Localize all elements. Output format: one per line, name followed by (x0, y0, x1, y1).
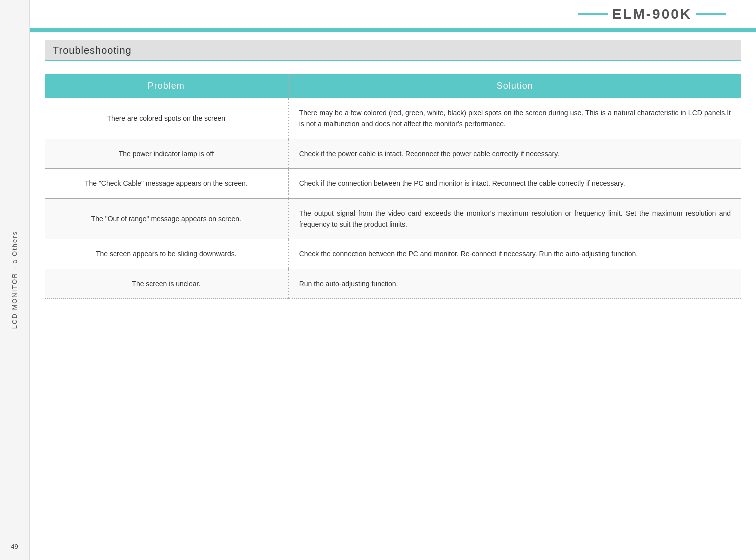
problem-cell: The screen appears to be sliding downwar… (45, 239, 288, 269)
left-sidebar: LCD MONITOR - a Others 49 (0, 0, 30, 560)
solution-header: Solution (288, 74, 741, 98)
logo-container: ELM-900K (578, 6, 726, 22)
table-row: The screen appears to be sliding downwar… (45, 239, 741, 269)
logo-text: ELM-900K (612, 6, 692, 22)
logo-line-right (696, 13, 726, 15)
solution-cell: Check if the connection between the PC a… (288, 169, 741, 198)
solution-cell: Run the auto-adjusting function. (288, 269, 741, 299)
solution-cell: Check the connection between the PC and … (288, 239, 741, 269)
top-header: ELM-900K (30, 0, 756, 30)
table-row: The screen is unclear.Run the auto-adjus… (45, 269, 741, 299)
page-number: 49 (11, 543, 18, 550)
table-body: There are colored spots on the screenThe… (45, 98, 741, 299)
table-row: The power indicator lamp is offCheck if … (45, 139, 741, 168)
solution-cell: There may be a few colored (red, green, … (288, 98, 741, 139)
table-row: There are colored spots on the screenThe… (45, 98, 741, 139)
main-content: ELM-900K Troubleshooting Problem Solutio… (30, 0, 756, 560)
problem-cell: The "Check Cable" message appears on the… (45, 169, 288, 198)
table-row: The "Check Cable" message appears on the… (45, 169, 741, 198)
problem-cell: The power indicator lamp is off (45, 139, 288, 168)
table-container: Problem Solution There are colored spots… (45, 74, 741, 299)
problem-cell: There are colored spots on the screen (45, 98, 288, 139)
section-title-underline (45, 60, 741, 61)
table-header-row: Problem Solution (45, 74, 741, 98)
troubleshooting-table: Problem Solution There are colored spots… (45, 74, 741, 299)
section-title: Troubleshooting (53, 45, 132, 56)
solution-cell: The output signal from the video card ex… (288, 198, 741, 239)
problem-cell: The screen is unclear. (45, 269, 288, 299)
problem-cell: The "Out of range" message appears on sc… (45, 198, 288, 239)
problem-header: Problem (45, 74, 288, 98)
sidebar-label: LCD MONITOR - a Others (11, 231, 18, 329)
section-header: Troubleshooting (45, 40, 741, 61)
solution-cell: Check if the power cable is intact. Reco… (288, 139, 741, 168)
page-wrapper: LCD MONITOR - a Others 49 ELM-900K Troub… (0, 0, 756, 560)
logo-line-left (578, 13, 608, 15)
table-row: The "Out of range" message appears on sc… (45, 198, 741, 239)
